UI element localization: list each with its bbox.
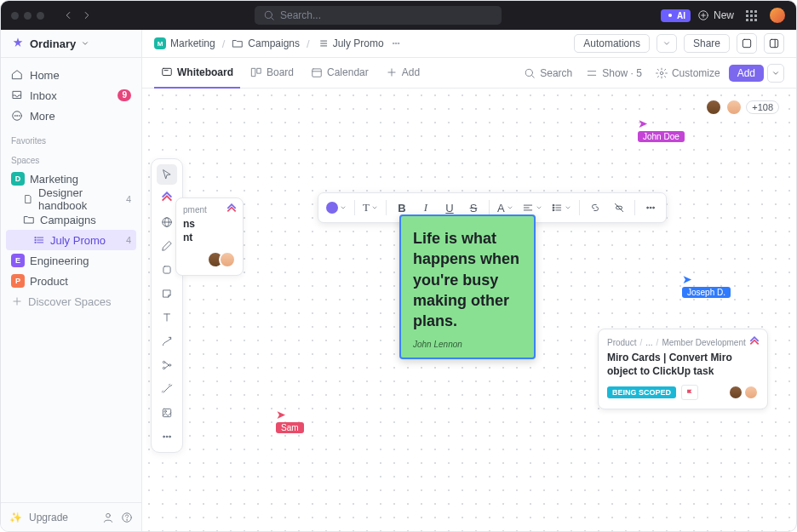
crumb-campaigns[interactable]: Campaigns <box>232 37 300 49</box>
search-input[interactable]: Search... <box>255 6 502 25</box>
collaborator-avatar[interactable] <box>705 99 722 116</box>
collaborators-stack[interactable]: +108 <box>705 99 779 116</box>
more-horizontal-icon[interactable] <box>391 37 401 49</box>
svg-point-70 <box>652 207 654 209</box>
task-card-miro[interactable]: Product/ .../ Member Development Miro Ca… <box>598 329 768 409</box>
maximize-dot[interactable] <box>37 12 44 20</box>
tool-text[interactable] <box>157 307 177 328</box>
minimize-dot[interactable] <box>24 12 32 20</box>
svg-line-39 <box>532 75 535 77</box>
history-back-button[interactable] <box>60 7 77 24</box>
view-show[interactable]: Show · 5 <box>581 67 647 79</box>
tool-task[interactable] <box>157 188 177 209</box>
tool-connector[interactable] <box>157 331 177 352</box>
cursor-label: Joseph D. <box>682 287 731 298</box>
tree-discover-spaces[interactable]: Discover Spaces <box>6 291 136 312</box>
document-icon <box>23 193 33 205</box>
list-button[interactable] <box>548 197 575 218</box>
fill-color-button[interactable] <box>323 197 350 218</box>
remote-cursor-joseph: ➤ Joseph D. <box>682 273 731 298</box>
chevron-down-icon <box>662 37 671 49</box>
assignee-avatar[interactable] <box>743 385 759 400</box>
collaborator-avatar[interactable] <box>725 99 743 116</box>
tool-sticky[interactable] <box>157 283 177 304</box>
plus-circle-icon <box>697 9 709 21</box>
tree-space-engineering[interactable]: E Engineering <box>6 250 136 271</box>
status-badge[interactable]: BEING SCOPED <box>607 386 676 398</box>
link-icon <box>589 202 601 214</box>
help-icon[interactable] <box>121 512 133 523</box>
tool-relation[interactable] <box>157 355 177 375</box>
view-search[interactable]: Search <box>519 67 577 79</box>
font-style-button[interactable]: T <box>359 197 381 218</box>
tab-calendar[interactable]: Calendar <box>304 58 376 89</box>
crumb-july-promo[interactable]: July Promo <box>317 37 384 49</box>
svg-rect-30 <box>163 68 172 75</box>
chevron-down-icon <box>81 39 89 48</box>
unlink-button[interactable] <box>608 197 630 218</box>
sidebar-item-inbox[interactable]: Inbox 9 <box>6 85 136 106</box>
svg-point-9 <box>19 116 20 117</box>
tool-web[interactable] <box>157 212 177 232</box>
svg-point-18 <box>106 513 111 518</box>
sidebar-item-home[interactable]: Home <box>6 65 136 85</box>
automations-button[interactable]: Automations <box>574 34 650 53</box>
task-card-partial[interactable]: pment nsnt <box>175 197 244 276</box>
sidebar-item-more[interactable]: More <box>6 106 136 126</box>
window-controls <box>11 12 44 20</box>
tool-image[interactable] <box>157 403 177 423</box>
upgrade-button[interactable]: Upgrade <box>29 512 68 523</box>
globe-icon <box>161 216 173 228</box>
card-title-line: ns <box>183 218 195 230</box>
tab-add-view[interactable]: Add <box>379 58 427 89</box>
cursor-icon: ➤ <box>638 117 648 129</box>
view-customize[interactable]: Customize <box>651 67 725 79</box>
svg-rect-34 <box>312 68 322 76</box>
wand-icon <box>161 383 173 395</box>
automations-caret[interactable] <box>657 34 677 53</box>
tab-whiteboard[interactable]: Whiteboard <box>154 58 240 89</box>
add-caret[interactable] <box>767 64 784 83</box>
tree-label: July Promo <box>50 234 106 247</box>
collaborators-more[interactable]: +108 <box>746 100 779 114</box>
apps-grid-icon[interactable] <box>746 10 757 21</box>
new-button[interactable]: New <box>697 9 734 21</box>
whiteboard-canvas[interactable]: +108 ➤ John Doe ➤ Joseph D. ➤ Sam <box>142 89 796 531</box>
user-icon[interactable] <box>102 512 114 523</box>
sparkle-icon: ✨ <box>9 512 22 523</box>
user-avatar[interactable] <box>769 7 786 24</box>
tree-space-product[interactable]: P Product <box>6 271 136 291</box>
tool-ai[interactable] <box>157 379 177 399</box>
svg-rect-27 <box>743 39 750 47</box>
link-button[interactable] <box>584 197 606 218</box>
remote-cursor-john: ➤ John Doe <box>638 117 685 142</box>
workspace-switcher[interactable]: Ordinary <box>1 30 141 58</box>
tree-item-campaigns[interactable]: Campaigns <box>6 209 136 230</box>
history-forward-button[interactable] <box>78 7 95 24</box>
share-button[interactable]: Share <box>684 34 730 53</box>
sticky-note-icon <box>161 288 173 300</box>
activity-button[interactable] <box>737 33 757 54</box>
tree-item-designer-handbook[interactable]: Designer handbook 4 <box>6 189 136 209</box>
relation-icon <box>161 359 173 371</box>
tool-select[interactable] <box>157 164 177 185</box>
assignee-avatar[interactable] <box>728 385 743 400</box>
button-label: Share <box>693 37 720 49</box>
svg-point-62 <box>553 209 554 211</box>
close-dot[interactable] <box>11 12 19 20</box>
board-icon <box>250 66 262 78</box>
panel-button[interactable] <box>764 33 784 54</box>
more-format-button[interactable] <box>639 197 662 218</box>
add-button[interactable]: Add <box>729 65 764 82</box>
tool-shape[interactable] <box>157 260 177 280</box>
tool-more[interactable] <box>157 426 177 447</box>
crumb-marketing[interactable]: M Marketing <box>154 37 215 49</box>
tool-pen[interactable] <box>157 236 177 256</box>
tab-board[interactable]: Board <box>244 58 301 89</box>
sticky-note-quote[interactable]: Life is what happens when you're busy ma… <box>399 215 536 359</box>
svg-point-15 <box>35 242 36 243</box>
tree-label: Campaigns <box>40 214 96 226</box>
ai-button[interactable]: AI <box>661 9 691 22</box>
priority-flag[interactable] <box>681 385 698 400</box>
tree-item-july-promo[interactable]: July Promo 4 <box>6 230 136 250</box>
